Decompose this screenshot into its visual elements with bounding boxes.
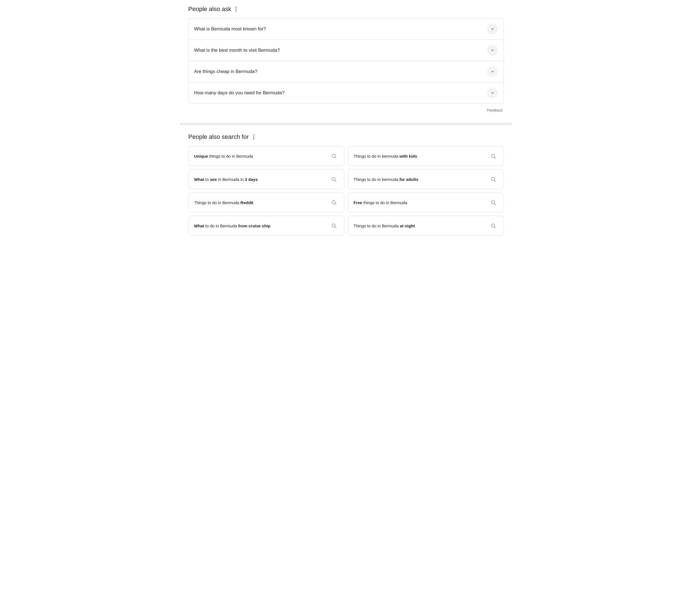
people-also-ask-header: People also ask [188, 5, 504, 13]
faq-question-1: What is Bermuda most known for? [194, 26, 266, 32]
search-card-icon-3 [329, 175, 338, 184]
chevron-down-icon [490, 27, 495, 31]
search-card-1[interactable]: Unique things to do in Bermuda [188, 146, 344, 166]
svg-line-13 [335, 227, 336, 228]
search-icon [490, 176, 496, 182]
people-also-search-more-options-button[interactable] [252, 133, 256, 140]
feedback-row: Feedback [188, 106, 504, 114]
svg-line-9 [335, 203, 336, 205]
faq-item-1[interactable]: What is Bermuda most known for? [189, 19, 503, 40]
people-also-search-header: People also search for [188, 133, 504, 140]
chevron-down-icon [490, 91, 495, 95]
svg-line-7 [495, 180, 496, 182]
search-card-icon-5 [329, 198, 338, 207]
search-grid: Unique things to do in Bermuda Things to… [188, 146, 504, 236]
svg-line-3 [495, 157, 496, 158]
faq-item-3[interactable]: Are things cheap in Bermuda? [189, 61, 503, 83]
search-card-text-4: Things to do in bermuda for adults [354, 176, 488, 182]
search-card-icon-1 [329, 151, 338, 161]
faq-container: What is Bermuda most known for? What is … [188, 18, 504, 104]
faq-expand-button-3[interactable] [487, 66, 498, 77]
three-dots-icon-2 [253, 134, 254, 139]
search-icon [490, 200, 496, 205]
faq-question-4: How many days do you need for Bermuda? [194, 90, 285, 96]
search-card-icon-7 [329, 221, 338, 230]
people-also-ask-more-options-button[interactable] [234, 5, 238, 13]
people-also-ask-title: People also ask [188, 5, 231, 13]
svg-line-15 [495, 227, 496, 228]
search-card-4[interactable]: Things to do in bermuda for adults [348, 169, 504, 189]
search-card-text-8: Things to do in Bermuda at night [354, 223, 488, 229]
search-card-text-3: What to see in Bermuda in 3 days [194, 176, 329, 182]
search-icon [331, 223, 337, 228]
search-icon [331, 153, 337, 159]
people-also-ask-section: People also ask What is Bermuda most kno… [188, 5, 504, 114]
search-card-icon-8 [488, 221, 498, 230]
faq-expand-button-1[interactable] [487, 23, 498, 35]
people-also-search-section: People also search for Unique things to … [188, 133, 504, 236]
search-card-text-7: What to do in Bermuda from cruise ship [194, 223, 329, 229]
faq-item-2[interactable]: What is the best month to visit Bermuda? [189, 40, 503, 61]
svg-line-11 [495, 203, 496, 205]
chevron-down-icon [490, 48, 495, 52]
search-card-3[interactable]: What to see in Bermuda in 3 days [188, 169, 344, 189]
search-icon [331, 200, 337, 205]
faq-question-2: What is the best month to visit Bermuda? [194, 48, 280, 53]
search-icon [490, 153, 496, 159]
faq-expand-button-2[interactable] [487, 45, 498, 56]
faq-item-4[interactable]: How many days do you need for Bermuda? [189, 83, 503, 104]
svg-line-1 [335, 157, 336, 158]
faq-question-3: Are things cheap in Bermuda? [194, 69, 257, 74]
search-card-text-2: Things to do in bermuda with kids [354, 153, 488, 159]
faq-expand-button-4[interactable] [487, 87, 498, 98]
svg-line-5 [335, 180, 336, 182]
search-card-text-5: Things to do in Bermuda Reddit [194, 200, 329, 205]
search-card-text-6: Free things to do in Bermuda [354, 200, 488, 205]
search-card-2[interactable]: Things to do in bermuda with kids [348, 146, 504, 166]
three-dots-icon [235, 7, 237, 12]
chevron-down-icon [490, 69, 495, 74]
section-divider [180, 123, 512, 125]
feedback-link[interactable]: Feedback [487, 108, 503, 112]
search-card-7[interactable]: What to do in Bermuda from cruise ship [188, 216, 344, 236]
search-card-8[interactable]: Things to do in Bermuda at night [348, 216, 504, 236]
search-icon [331, 176, 337, 182]
search-card-5[interactable]: Things to do in Bermuda Reddit [188, 193, 344, 213]
search-icon [490, 223, 496, 228]
search-card-6[interactable]: Free things to do in Bermuda [348, 193, 504, 213]
search-card-icon-6 [488, 198, 498, 207]
search-card-icon-4 [488, 175, 498, 184]
people-also-search-title: People also search for [188, 133, 249, 140]
search-card-icon-2 [488, 151, 498, 161]
search-card-text-1: Unique things to do in Bermuda [194, 153, 329, 159]
